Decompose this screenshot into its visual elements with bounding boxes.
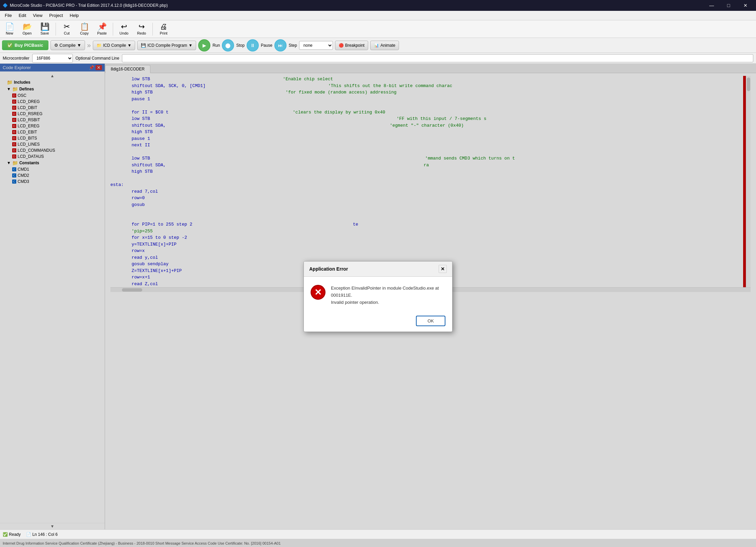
microcontroller-bar: Microcontroller 16F886 Optional Command … xyxy=(0,53,756,64)
cut-icon: ✂ xyxy=(64,23,70,30)
undo-button[interactable]: ↩ Undo xyxy=(116,22,132,37)
menu-bar: File Edit View Project Help xyxy=(0,11,756,20)
save-label: Save xyxy=(40,31,49,35)
step-icon: ⏭ xyxy=(278,43,283,48)
open-button[interactable]: 📂 Open xyxy=(19,22,35,37)
ready-label: Ready xyxy=(9,532,21,537)
save-icon: 💾 xyxy=(40,23,49,30)
title-bar-controls[interactable]: — □ ✕ xyxy=(704,0,753,11)
microcontroller-select[interactable]: 16F886 xyxy=(32,54,73,63)
modal-body: ✕ Exception EInvalidPointer in module Co… xyxy=(304,277,452,311)
menu-edit[interactable]: Edit xyxy=(15,12,29,19)
menu-help[interactable]: Help xyxy=(66,12,82,19)
modal-footer: OK xyxy=(304,312,452,332)
icd-compile-label: ICD Compile xyxy=(103,43,126,48)
menu-project[interactable]: Project xyxy=(46,12,66,19)
icd-compile-program-button[interactable]: 💾 ICD Compile Program ▼ xyxy=(137,41,196,50)
pause-icon: ⏸ xyxy=(250,43,255,48)
stop-icon: ⬤ xyxy=(225,43,231,48)
icd-compile-dropdown-icon: ▼ xyxy=(127,43,131,48)
pause-button[interactable]: ⏸ xyxy=(247,39,259,51)
stop-button[interactable]: ⬤ xyxy=(222,39,234,51)
redo-label: Redo xyxy=(137,31,146,35)
ready-icon: ✅ xyxy=(3,532,8,537)
icd-compile-button[interactable]: 📁 ICD Compile ▼ xyxy=(93,41,135,50)
redo-button[interactable]: ↪ Redo xyxy=(133,22,150,37)
ready-status: ✅ Ready xyxy=(3,532,21,537)
compile-icon: ⚙ xyxy=(54,43,58,48)
modal-message-line2: Invalid pointer operation. xyxy=(331,299,445,306)
new-label: New xyxy=(6,31,13,35)
copy-button[interactable]: 📋 Copy xyxy=(76,22,92,37)
icd-compile-program-dropdown-icon: ▼ xyxy=(189,43,193,48)
error-icon: ✕ xyxy=(311,285,326,300)
cut-button[interactable]: ✂ Cut xyxy=(59,22,75,37)
status-info-text: Internet Drug Information Service Qualif… xyxy=(3,541,281,545)
undo-label: Undo xyxy=(120,31,128,35)
new-icon: 📄 xyxy=(5,23,14,30)
animate-label: Animate xyxy=(380,43,395,48)
menu-file[interactable]: File xyxy=(1,12,15,19)
icd-compile-program-icon: 💾 xyxy=(141,43,146,48)
status-bar: ✅ Ready 📄 Ln 146 : Col 6 xyxy=(0,529,756,539)
cut-label: Cut xyxy=(64,31,69,35)
toolbar: 📄 New 📂 Open 💾 Save ✂ Cut 📋 Copy 📌 Paste… xyxy=(0,20,756,38)
paste-label: Paste xyxy=(97,31,107,35)
modal-message: Exception EInvalidPointer in module Code… xyxy=(331,285,445,306)
buy-icon: ✅ xyxy=(7,43,13,48)
modal-message-line1: Exception EInvalidPointer in module Code… xyxy=(331,285,445,299)
compile-button[interactable]: ⚙ Compile ▼ xyxy=(50,40,85,50)
toolbar-separator-2 xyxy=(113,23,113,36)
app-icon: 🔷 xyxy=(3,3,8,8)
modal-title: Application Error xyxy=(309,266,348,272)
redo-icon: ↪ xyxy=(139,23,145,30)
position-indicator: 📄 Ln 146 : Col 6 xyxy=(26,532,58,537)
run-icon: ▶ xyxy=(203,43,206,48)
close-button[interactable]: ✕ xyxy=(738,0,753,11)
application-error-dialog: Application Error ✕ ✕ Exception EInvalid… xyxy=(303,261,453,332)
paste-button[interactable]: 📌 Paste xyxy=(94,22,110,37)
icd-compile-program-label: ICD Compile Program xyxy=(147,43,187,48)
animate-button[interactable]: 📊 Animate xyxy=(370,41,399,50)
print-label: Print xyxy=(160,31,168,35)
minimize-button[interactable]: — xyxy=(704,0,719,11)
toolbar-separator-1 xyxy=(56,23,56,36)
print-button[interactable]: 🖨 Print xyxy=(155,22,172,37)
copy-icon: 📋 xyxy=(80,23,89,30)
main-area: Code Explorer 📌 ✕ ▲ 📁 Includes ▼ 📁 Defin… xyxy=(0,64,756,529)
run-button[interactable]: ▶ xyxy=(198,39,210,51)
icd-compile-icon: 📁 xyxy=(97,43,102,48)
window-title: MicroCode Studio - PICBASIC PRO - Trial … xyxy=(10,3,168,8)
print-icon: 🖨 xyxy=(160,23,167,30)
secondary-toolbar: ✅ Buy PICBasic ⚙ Compile ▼ » 📁 ICD Compi… xyxy=(0,38,756,53)
breakpoint-label: Breakpoint xyxy=(345,43,364,48)
toolbar-separator-3 xyxy=(152,23,153,36)
new-button[interactable]: 📄 New xyxy=(1,22,18,37)
microcontroller-label: Microcontroller xyxy=(3,56,29,61)
open-icon: 📂 xyxy=(23,23,32,30)
modal-title-bar: Application Error ✕ xyxy=(304,261,452,277)
modal-overlay: Application Error ✕ ✕ Exception EInvalid… xyxy=(0,64,756,529)
paste-icon: 📌 xyxy=(98,23,107,30)
status-bar-2: Internet Drug Information Service Qualif… xyxy=(0,539,756,547)
stop-label: Stop xyxy=(236,43,245,48)
file-icon: 📄 xyxy=(26,532,31,537)
position-text: Ln 146 : Col 6 xyxy=(32,532,58,537)
maximize-button[interactable]: □ xyxy=(721,0,736,11)
ok-button[interactable]: OK xyxy=(416,316,445,326)
buy-picbasic-button[interactable]: ✅ Buy PICBasic xyxy=(2,40,48,50)
optional-cmd-input[interactable] xyxy=(122,54,753,62)
modal-close-button[interactable]: ✕ xyxy=(439,265,447,273)
menu-view[interactable]: View xyxy=(29,12,46,19)
save-button[interactable]: 💾 Save xyxy=(37,22,53,37)
toolbar2-separator: » xyxy=(87,41,91,49)
optional-cmd-label: Optional Command Line xyxy=(76,56,119,61)
breakpoint-button[interactable]: 🔴 Breakpoint xyxy=(335,41,368,50)
step-button[interactable]: ⏭ xyxy=(274,39,287,51)
compile-dropdown-icon: ▼ xyxy=(77,43,81,48)
undo-icon: ↩ xyxy=(121,23,127,30)
open-label: Open xyxy=(23,31,32,35)
title-bar: 🔷 MicroCode Studio - PICBASIC PRO - Tria… xyxy=(0,0,756,11)
none-select[interactable]: none xyxy=(299,41,333,50)
compile-label: Compile xyxy=(60,43,76,48)
